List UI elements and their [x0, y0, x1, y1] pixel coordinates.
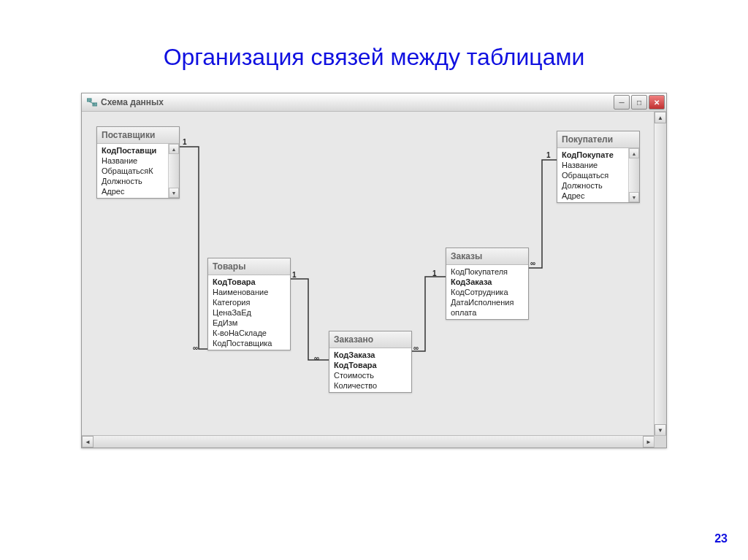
- scroll-up-icon[interactable]: ▲: [654, 112, 666, 123]
- table-goods[interactable]: Товары КодТовара Наименование Категория …: [207, 258, 291, 350]
- scroll-right-icon[interactable]: ►: [643, 436, 654, 448]
- field[interactable]: Адрес: [557, 191, 629, 201]
- field[interactable]: Название: [97, 156, 169, 166]
- field[interactable]: КодПокупате: [557, 150, 629, 160]
- field[interactable]: Стоимость: [329, 370, 411, 380]
- svg-rect-0: [87, 99, 91, 101]
- field[interactable]: ОбращатьсяК: [97, 166, 169, 176]
- rel-many-label: ∞: [413, 344, 419, 352]
- field[interactable]: Наименование: [208, 287, 290, 297]
- table-orders[interactable]: Заказы КодПокупателя КодЗаказа КодСотруд…: [446, 248, 529, 320]
- field[interactable]: Название: [557, 160, 629, 170]
- vertical-scrollbar[interactable]: ▲ ▼: [654, 112, 666, 436]
- field[interactable]: Должность: [97, 176, 169, 186]
- field[interactable]: Количество: [329, 380, 411, 391]
- table-scrollbar[interactable]: ▲ ▼: [168, 144, 179, 198]
- window-title: Схема данных: [101, 97, 614, 107]
- field[interactable]: Должность: [557, 180, 629, 191]
- field[interactable]: КодТовара: [329, 360, 411, 370]
- minimize-button[interactable]: ─: [614, 95, 630, 110]
- table-ordered[interactable]: Заказано КодЗаказа КодТовара Стоимость К…: [329, 331, 412, 393]
- scroll-corner: [654, 435, 666, 448]
- rel-many-label: ∞: [530, 259, 535, 267]
- rel-many-label: ∞: [314, 354, 319, 362]
- table-header[interactable]: Поставщики: [97, 127, 179, 144]
- field[interactable]: КодЗаказа: [329, 350, 411, 360]
- table-buyers[interactable]: Покупатели КодПокупате Название Обращать…: [557, 131, 640, 203]
- table-scrollbar[interactable]: ▲ ▼: [628, 148, 639, 202]
- scroll-down-icon[interactable]: ▼: [169, 188, 179, 198]
- field[interactable]: КодПокупателя: [446, 266, 528, 277]
- field[interactable]: Обращаться: [557, 170, 629, 180]
- rel-one-label: 1: [292, 271, 297, 279]
- field[interactable]: КодПоставщи: [97, 145, 169, 156]
- app-icon: [86, 96, 98, 108]
- field[interactable]: КодСотрудника: [446, 287, 528, 297]
- field[interactable]: КодЗаказа: [446, 277, 528, 287]
- page-number: 23: [714, 532, 728, 545]
- field[interactable]: оплата: [446, 307, 528, 318]
- rel-one-label: 1: [432, 269, 437, 277]
- field[interactable]: ДатаИсполнения: [446, 297, 528, 307]
- horizontal-scrollbar[interactable]: ◄ ►: [82, 435, 654, 448]
- rel-many-label: ∞: [193, 344, 198, 352]
- table-header[interactable]: Заказано: [329, 331, 411, 348]
- table-header[interactable]: Товары: [208, 258, 290, 275]
- rel-one-label: 1: [546, 151, 551, 159]
- close-button[interactable]: ✕: [649, 95, 665, 110]
- slide-title: Организация связей между таблицами: [0, 44, 748, 71]
- scroll-down-icon[interactable]: ▼: [629, 192, 639, 202]
- schema-window: Схема данных ─ □ ✕ 1 ∞ 1 ∞ ∞: [81, 93, 667, 448]
- field[interactable]: Адрес: [97, 186, 169, 196]
- field[interactable]: КодПоставщика: [208, 338, 290, 348]
- field[interactable]: ЕдИзм: [208, 318, 290, 328]
- field[interactable]: К-воНаСкладе: [208, 328, 290, 338]
- scroll-down-icon[interactable]: ▼: [654, 424, 666, 436]
- scroll-up-icon[interactable]: ▲: [169, 144, 179, 154]
- field[interactable]: Категория: [208, 297, 290, 307]
- table-header[interactable]: Покупатели: [557, 131, 639, 148]
- field[interactable]: ЦенаЗаЕд: [208, 307, 290, 318]
- scroll-left-icon[interactable]: ◄: [82, 436, 94, 448]
- table-header[interactable]: Заказы: [446, 248, 528, 265]
- relationships-canvas[interactable]: 1 ∞ 1 ∞ ∞ 1 ∞ 1 Поставщики КодПоставщи Н…: [82, 112, 654, 436]
- window-titlebar[interactable]: Схема данных ─ □ ✕: [82, 93, 666, 112]
- field[interactable]: КодТовара: [208, 277, 290, 287]
- table-suppliers[interactable]: Поставщики КодПоставщи Название Обращать…: [96, 126, 180, 199]
- scroll-up-icon[interactable]: ▲: [629, 148, 639, 158]
- rel-one-label: 1: [183, 138, 187, 146]
- maximize-button[interactable]: □: [631, 95, 647, 110]
